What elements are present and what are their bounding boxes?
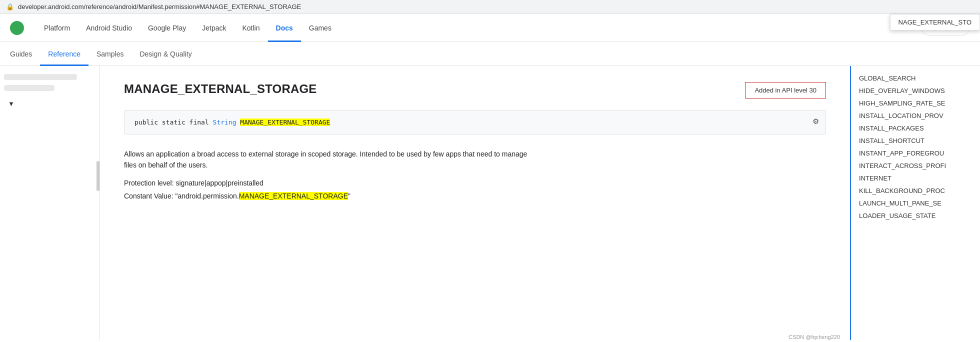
nav-docs[interactable]: Docs <box>268 14 301 42</box>
sidebar-bar-1 <box>4 74 77 80</box>
autocomplete-dropdown: NAGE_EXTERNAL_STO <box>890 14 980 30</box>
sidebar-item-internet[interactable]: INTERNET <box>859 172 980 184</box>
sidebar-item-loader-usage[interactable]: LOADER_USAGE_STATE <box>859 210 980 222</box>
code-block: public static final String MANAGE_EXTERN… <box>124 110 826 134</box>
sidebar-item-instant-app[interactable]: INSTANT_APP_FOREGROU <box>859 147 980 160</box>
nav-jetpack[interactable]: Jetpack <box>194 14 234 42</box>
lock-icon: 🔒 <box>6 3 14 10</box>
sidebar-item-hide-overlay[interactable]: HIDE_OVERLAY_WINDOWS <box>859 84 980 97</box>
tab-samples[interactable]: Samples <box>88 42 132 66</box>
sub-nav: Guides Reference Samples Design & Qualit… <box>0 42 980 66</box>
android-logo <box>10 21 24 35</box>
description-text: Allows an application a broad access to … <box>124 148 534 171</box>
nav-google-play[interactable]: Google Play <box>140 14 194 42</box>
tab-reference[interactable]: Reference <box>40 42 88 66</box>
protection-level: Protection level: signature|appop|preins… <box>124 179 826 187</box>
sidebar-item-install-location[interactable]: INSTALL_LOCATION_PROV <box>859 110 980 122</box>
dropdown-chevron-icon: ▼ <box>8 100 14 108</box>
nav-games[interactable]: Games <box>301 14 340 42</box>
sidebar-item-high-sampling[interactable]: HIGH_SAMPLING_RATE_SE <box>859 97 980 110</box>
nav-kotlin[interactable]: Kotlin <box>234 14 268 42</box>
code-highlight: MANAGE_EXTERNAL_STORAGE <box>240 118 330 126</box>
sidebar-item-interact-across[interactable]: INTERACT_ACROSS_PROFI <box>859 160 980 172</box>
api-level-text: Added in API level 30 <box>754 86 816 94</box>
tab-design-quality[interactable]: Design & Quality <box>132 42 200 66</box>
content-area: Added in API level 30 MANAGE_EXTERNAL_ST… <box>100 66 850 340</box>
code-type: String <box>213 118 236 126</box>
nav-android-studio[interactable]: Android Studio <box>78 14 140 42</box>
sidebar-item-global-search[interactable]: GLOBAL_SEARCH <box>859 72 980 84</box>
sidebar-scrollbar[interactable] <box>96 161 100 191</box>
constant-end: " <box>348 192 350 200</box>
sidebar-item-install-shortcut[interactable]: INSTALL_SHORTCUT <box>859 134 980 147</box>
left-sidebar: ▼ <box>0 66 100 340</box>
right-sidebar: GLOBAL_SEARCH HIDE_OVERLAY_WINDOWS HIGH_… <box>850 66 980 340</box>
api-level-badge: Added in API level 30 <box>745 82 826 98</box>
footer-watermark: CSDN @fqcheng220 <box>788 334 840 340</box>
constant-highlight: MANAGE_EXTERNAL_STORAGE <box>239 192 348 200</box>
nav-platform[interactable]: Platform <box>36 14 78 42</box>
sidebar-item-kill-background[interactable]: KILL_BACKGROUND_PROC <box>859 184 980 197</box>
sidebar-item-install-packages[interactable]: INSTALL_PACKAGES <box>859 122 980 134</box>
gear-icon[interactable]: ⚙ <box>813 116 818 126</box>
nav-items: Platform Android Studio Google Play Jetp… <box>36 14 921 42</box>
constant-prefix: Constant Value: "android.permission. <box>124 192 239 200</box>
watermark-text: CSDN @fqcheng220 <box>788 334 840 340</box>
url-bar: 🔒 developer.android.com/reference/androi… <box>0 0 980 14</box>
url-text: developer.android.com/reference/android/… <box>18 3 301 10</box>
constant-value: Constant Value: "android.permission.MANA… <box>124 192 826 200</box>
autocomplete-text: NAGE_EXTERNAL_STO <box>898 18 972 26</box>
page-title: MANAGE_EXTERNAL_STORAGE <box>124 82 826 96</box>
sidebar-bar-2 <box>4 85 54 91</box>
nav-bar: Platform Android Studio Google Play Jetp… <box>0 14 980 42</box>
sidebar-item-launch-multi-pane[interactable]: LAUNCH_MULTI_PANE_SE <box>859 197 980 210</box>
tab-guides[interactable]: Guides <box>10 42 40 66</box>
code-prefix: public static final <box>134 118 213 126</box>
sidebar-dropdown[interactable]: ▼ <box>4 97 96 110</box>
main-layout: ▼ Added in API level 30 MANAGE_EXTERNAL_… <box>0 66 980 340</box>
